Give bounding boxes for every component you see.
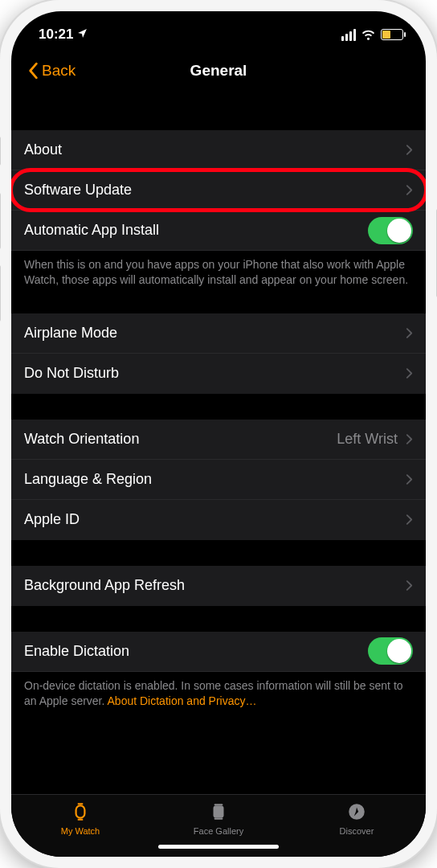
- device-frame: 10:21 Back G: [0, 0, 437, 868]
- wifi-icon: [361, 27, 376, 43]
- automatic-app-install-toggle[interactable]: [368, 217, 413, 244]
- watch-orientation-row[interactable]: Watch Orientation Left Wrist: [11, 420, 426, 460]
- chevron-right-icon: [406, 367, 413, 379]
- row-label: Automatic App Install: [24, 222, 368, 239]
- battery-icon: [381, 29, 403, 40]
- tab-label: Discover: [340, 826, 374, 836]
- chevron-right-icon: [406, 473, 413, 485]
- background-app-refresh-row[interactable]: Background App Refresh: [11, 566, 426, 606]
- row-label: Apple ID: [24, 511, 406, 528]
- page-title: General: [190, 62, 247, 80]
- row-label: Do Not Disturb: [24, 365, 406, 382]
- settings-list[interactable]: About Software Update Automatic App I: [11, 92, 426, 794]
- face-gallery-icon: [208, 801, 229, 824]
- row-label: Enable Dictation: [24, 643, 368, 660]
- home-indicator[interactable]: [158, 845, 279, 849]
- apple-id-row[interactable]: Apple ID: [11, 500, 426, 540]
- watch-icon: [70, 801, 91, 824]
- svg-rect-3: [214, 818, 223, 820]
- tab-label: Face Gallery: [194, 826, 243, 836]
- enable-dictation-toggle[interactable]: [368, 637, 413, 665]
- tab-my-watch[interactable]: My Watch: [11, 801, 149, 836]
- tab-discover[interactable]: Discover: [288, 801, 426, 836]
- screen-bezel: 10:21 Back G: [11, 11, 426, 857]
- row-value: Left Wrist: [337, 431, 398, 448]
- svg-rect-1: [214, 805, 224, 817]
- location-icon: [77, 27, 88, 43]
- automatic-app-install-footer: When this is on and you have apps on you…: [11, 251, 426, 288]
- cellular-icon: [341, 29, 356, 41]
- notch: [130, 11, 307, 37]
- chevron-right-icon: [406, 184, 413, 196]
- status-time: 10:21: [39, 27, 73, 43]
- svg-rect-2: [214, 804, 223, 805]
- chevron-right-icon: [406, 514, 413, 526]
- svg-rect-0: [76, 805, 85, 817]
- row-label: Background App Refresh: [24, 577, 406, 594]
- compass-icon: [346, 801, 367, 824]
- enable-dictation-row[interactable]: Enable Dictation: [11, 632, 426, 672]
- chevron-right-icon: [406, 579, 413, 592]
- chevron-right-icon: [406, 144, 413, 156]
- row-label: Software Update: [24, 182, 406, 199]
- dictation-footer: On-device dictation is enabled. In some …: [11, 672, 426, 709]
- chevron-right-icon: [406, 433, 413, 445]
- back-label: Back: [42, 62, 76, 80]
- row-label: About: [24, 141, 406, 158]
- dictation-privacy-link[interactable]: About Dictation and Privacy…: [108, 694, 257, 707]
- tab-face-gallery[interactable]: Face Gallery: [149, 801, 288, 836]
- back-button[interactable]: Back: [27, 62, 76, 80]
- software-update-row[interactable]: Software Update: [11, 170, 426, 211]
- language-region-row[interactable]: Language & Region: [11, 460, 426, 500]
- row-label: Language & Region: [24, 471, 406, 488]
- row-label: Airplane Mode: [24, 325, 406, 342]
- tab-label: My Watch: [61, 826, 100, 836]
- do-not-disturb-row[interactable]: Do Not Disturb: [11, 354, 426, 394]
- automatic-app-install-row[interactable]: Automatic App Install: [11, 211, 426, 251]
- chevron-right-icon: [406, 327, 413, 339]
- nav-bar: Back General: [11, 50, 426, 92]
- row-label: Watch Orientation: [24, 431, 337, 448]
- airplane-mode-row[interactable]: Airplane Mode: [11, 313, 426, 354]
- about-row[interactable]: About: [11, 130, 426, 170]
